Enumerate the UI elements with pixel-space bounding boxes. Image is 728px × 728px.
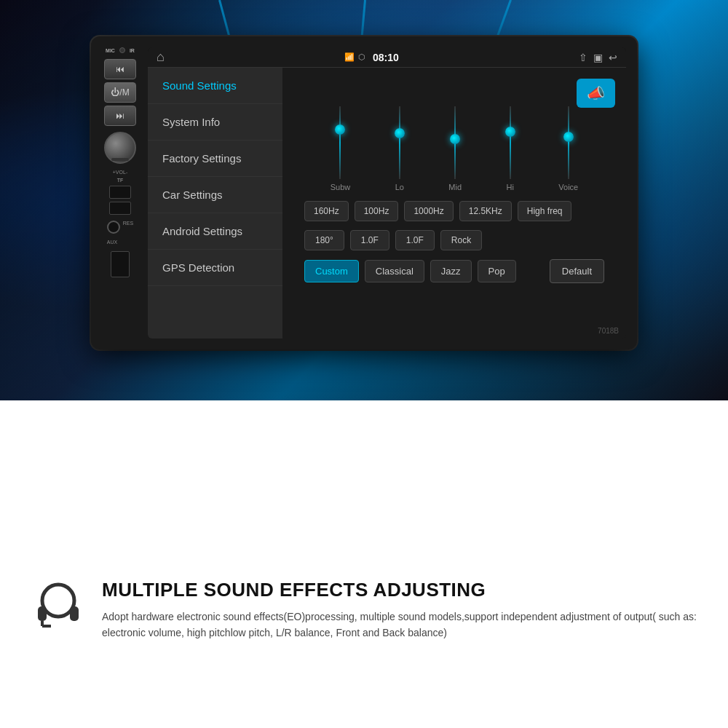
status-center: 📶 ⬡ 08:10 (344, 52, 399, 63)
eq-channel-subw: Subw (331, 106, 351, 191)
eq-knob-voice[interactable] (563, 132, 574, 142)
prev-icon: ⏮ (116, 64, 124, 74)
svg-point-0 (42, 585, 74, 617)
eq-channel-hi: Hi (506, 106, 513, 191)
sidebar-label-gps-detection: GPS Detection (162, 261, 234, 274)
freq-buttons-row: 160Hz 100Hz 1000Hz 12.5KHz High freq (293, 195, 615, 227)
sidebar-item-system-info[interactable]: System Info (148, 104, 282, 141)
eq-knob-subw[interactable] (335, 124, 345, 135)
sidebar-label-car-settings: Car Settings (162, 189, 223, 201)
eq-channel-mid: Mid (448, 106, 462, 191)
device-wrapper: MIC IR ⏮ ⏻/M ⏭ +VOL- TF (91, 36, 637, 349)
model-number: 7018B (598, 327, 619, 335)
eq-channel-voice: Voice (558, 106, 578, 191)
slot-row: TF (109, 178, 131, 215)
res-label: RES (123, 221, 133, 247)
usb-slot[interactable] (111, 251, 130, 277)
prev-button[interactable]: ⏮ (104, 59, 136, 79)
home-icon[interactable]: ⌂ (157, 50, 165, 65)
sidebar: Sound Settings System Info Factory Setti… (148, 68, 282, 339)
eq-label-subw: Subw (331, 183, 351, 191)
status-right: ⇧ ▣ ↩ (579, 52, 617, 63)
svg-rect-1 (38, 606, 47, 621)
preset-btn-custom[interactable]: Custom (304, 260, 359, 282)
eq-track-subw (339, 106, 341, 179)
phase-btn-10f-2[interactable]: 1.0F (395, 230, 435, 250)
bottom-description: Adopt hardware electronic sound effects(… (102, 609, 699, 641)
aux-port[interactable]: AUX (107, 221, 120, 247)
svg-rect-2 (70, 606, 79, 621)
phase-btn-rock[interactable]: Rock (440, 230, 482, 250)
preset-btn-jazz[interactable]: Jazz (430, 260, 472, 282)
sidebar-label-android-settings: Android Settings (162, 225, 242, 237)
main-screen: ⌂ 📶 ⬡ 08:10 ⇧ ▣ ↩ (148, 47, 626, 339)
status-bar: ⌂ 📶 ⬡ 08:10 ⇧ ▣ ↩ (148, 47, 626, 68)
preset-btn-classical[interactable]: Classical (365, 260, 424, 282)
eq-label-hi: Hi (506, 183, 513, 191)
left-controls-panel: MIC IR ⏮ ⏻/M ⏭ +VOL- TF (98, 47, 142, 339)
back-icon[interactable]: ↩ (609, 52, 617, 63)
time-display: 08:10 (373, 52, 399, 63)
phase-btn-180[interactable]: 180° (304, 230, 344, 250)
next-button[interactable]: ⏭ (104, 106, 136, 126)
eq-channel-lo: Lo (395, 106, 404, 191)
tf-label: TF (117, 178, 124, 183)
sidebar-label-factory-settings: Factory Settings (162, 152, 241, 165)
headphones-icon (29, 579, 87, 637)
bottom-text-content: MULTIPLE SOUND EFFECTS ADJUSTING Adopt h… (102, 579, 699, 641)
status-icons: 📶 ⬡ (344, 52, 365, 62)
tf-slot[interactable] (109, 186, 131, 199)
eq-knob-lo[interactable] (395, 128, 405, 138)
sidebar-label-sound-settings: Sound Settings (162, 79, 237, 92)
mic-ir-row: MIC IR (106, 47, 135, 53)
mic-label: MIC (106, 48, 115, 53)
phase-buttons-row: 180° 1.0F 1.0F Rock (293, 227, 615, 253)
eq-track-voice (568, 106, 569, 179)
eq-track-mid (454, 106, 456, 179)
default-button[interactable]: Default (550, 259, 604, 283)
eq-label-voice: Voice (558, 183, 578, 191)
main-content: Sound Settings System Info Factory Setti… (148, 68, 626, 339)
aux-res-row: AUX RES (107, 221, 133, 247)
signal-icon: 📶 (344, 52, 355, 62)
ir-label: IR (130, 48, 135, 53)
phase-btn-10f-1[interactable]: 1.0F (350, 230, 389, 250)
sidebar-item-android-settings[interactable]: Android Settings (148, 213, 282, 250)
freq-btn-1000hz[interactable]: 1000Hz (404, 201, 453, 221)
aux-label: AUX (107, 240, 117, 245)
freq-btn-highfreq[interactable]: High freq (518, 201, 572, 221)
next-icon: ⏭ (116, 111, 124, 121)
bottom-section: MULTIPLE SOUND EFFECTS ADJUSTING Adopt h… (0, 564, 728, 728)
right-panel: 📣 Subw (282, 68, 626, 339)
sidebar-item-car-settings[interactable]: Car Settings (148, 177, 282, 213)
eq-sliders-area: Subw Lo Mid (293, 79, 615, 195)
car-radio-device: MIC IR ⏮ ⏻/M ⏭ +VOL- TF (91, 36, 637, 349)
freq-btn-100hz[interactable]: 100Hz (355, 201, 399, 221)
eq-label-mid: Mid (448, 183, 462, 191)
window-icon[interactable]: ▣ (593, 52, 603, 63)
eq-track-lo (399, 106, 400, 179)
sidebar-label-system-info: System Info (162, 116, 220, 128)
volume-knob[interactable] (104, 132, 136, 164)
eq-knob-mid[interactable] (450, 134, 460, 144)
eq-label-lo: Lo (395, 183, 404, 191)
sound-icon-button[interactable]: 📣 (577, 79, 615, 108)
sound-wave-icon: 📣 (587, 85, 605, 101)
freq-btn-160hz[interactable]: 160Hz (304, 201, 349, 221)
sidebar-item-sound-settings[interactable]: Sound Settings (148, 68, 282, 104)
preset-btn-pop[interactable]: Pop (478, 260, 516, 282)
eq-track-hi (510, 106, 511, 179)
eq-knob-hi[interactable] (505, 127, 515, 137)
sidebar-item-gps-detection[interactable]: GPS Detection (148, 250, 282, 286)
status-left: ⌂ (157, 50, 165, 65)
freq-btn-125khz[interactable]: 12.5KHz (459, 201, 512, 221)
sidebar-item-factory-settings[interactable]: Factory Settings (148, 141, 282, 177)
power-icon: ⏻/M (111, 87, 129, 98)
nav-up-icon[interactable]: ⇧ (579, 52, 587, 63)
sd-slot[interactable] (109, 202, 131, 215)
preset-buttons-row: Custom Classical Jazz Pop Default (293, 253, 615, 289)
bottom-title: MULTIPLE SOUND EFFECTS ADJUSTING (102, 579, 699, 601)
mic-hole (119, 47, 125, 53)
power-button[interactable]: ⏻/M (104, 82, 136, 103)
bluetooth-icon: ⬡ (358, 52, 365, 62)
